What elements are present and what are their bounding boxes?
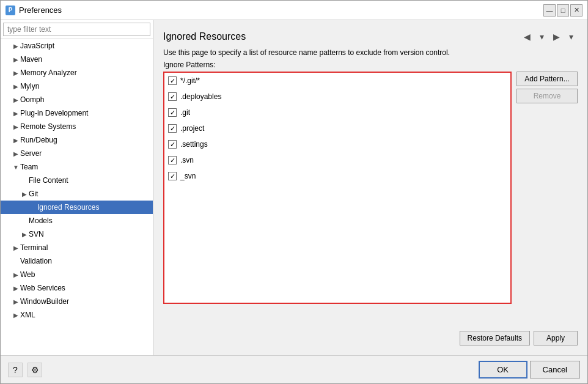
maximize-button[interactable]: □ (557, 4, 569, 17)
close-button[interactable]: ✕ (570, 4, 582, 17)
remove-button[interactable]: Remove (516, 89, 578, 103)
pattern-text: .project (180, 124, 204, 133)
sidebar-item-javascript[interactable]: ▶ JavaScript (1, 39, 153, 53)
sidebar-item-mylyn[interactable]: ▶ Mylyn (1, 79, 153, 93)
sidebar-item-xml[interactable]: ▶ XML (1, 308, 153, 322)
chevron-right-icon: ▶ (12, 245, 20, 251)
pattern-text: .svn (180, 156, 194, 164)
sidebar-item-label: Oomph (20, 95, 150, 104)
sidebar-item-git[interactable]: ▶ Git (1, 187, 153, 201)
sidebar-item-remote-systems[interactable]: ▶ Remote Systems (1, 120, 153, 133)
ok-button[interactable]: OK (479, 361, 527, 378)
pattern-item[interactable]: */.git/* (164, 73, 510, 89)
sidebar-item-ignored-resources[interactable]: Ignored Resources (1, 201, 153, 214)
sidebar-item-memory-analyzer[interactable]: ▶ Memory Analyzer (1, 66, 153, 79)
chevron-right-icon: ▶ (12, 110, 20, 117)
title-bar-left: P Preferences (6, 6, 62, 15)
sidebar-item-web[interactable]: ▶ Web (1, 268, 153, 281)
search-input[interactable] (3, 23, 150, 36)
bottom-left: ? ⚙ (8, 363, 42, 377)
pattern-text: _svn (180, 172, 196, 180)
sidebar-item-label: Web Services (20, 284, 150, 292)
chevron-down-icon: ▼ (12, 164, 20, 171)
sidebar-item-validation[interactable]: Validation (1, 254, 153, 268)
sidebar-item-oomph[interactable]: ▶ Oomph (1, 93, 153, 106)
sidebar-item-window-builder[interactable]: ▶ WindowBuilder (1, 295, 153, 308)
chevron-right-icon: ▶ (12, 285, 20, 292)
sidebar-item-label: Memory Analyzer (20, 68, 150, 77)
sidebar-item-label: Ignored Resources (37, 203, 150, 212)
sidebar-item-svn[interactable]: ▶ SVN (1, 227, 153, 241)
pattern-item[interactable]: .deployables (164, 89, 510, 105)
forward-dropdown-button[interactable]: ▾ (564, 30, 578, 43)
sidebar-item-label: Server (20, 149, 150, 158)
apply-button[interactable]: Apply (534, 331, 578, 345)
patterns-list[interactable]: */.git/* .deployables .git .project (163, 72, 512, 304)
pattern-text: */.git/* (180, 76, 200, 85)
bottom-right: OK Cancel (479, 361, 580, 378)
pattern-item[interactable]: .svn (164, 152, 510, 168)
pattern-checkbox[interactable] (168, 92, 177, 101)
add-pattern-button[interactable]: Add Pattern... (516, 72, 578, 86)
pattern-checkbox[interactable] (168, 156, 177, 164)
help-button[interactable]: ? (8, 363, 23, 377)
sidebar-item-team[interactable]: ▼ Team (1, 160, 153, 174)
chevron-right-icon: ▶ (20, 191, 29, 198)
sidebar-item-label: Maven (20, 55, 150, 64)
sidebar-item-run-debug[interactable]: ▶ Run/Debug (1, 133, 153, 147)
search-box (1, 20, 153, 39)
panel-header: Ignored Resources ◀ ▾ ▶ ▾ (163, 30, 578, 43)
pattern-item[interactable]: .git (164, 105, 510, 120)
sidebar-item-web-services[interactable]: ▶ Web Services (1, 281, 153, 295)
sidebar-item-plugin-development[interactable]: ▶ Plug-in Development (1, 106, 153, 120)
pattern-checkbox[interactable] (168, 172, 177, 180)
tree-container: ▶ JavaScript ▶ Maven ▶ Memory Analyzer ▶… (1, 39, 153, 355)
sidebar-item-label: Plug-in Development (20, 109, 150, 117)
pattern-checkbox[interactable] (168, 140, 177, 149)
forward-button[interactable]: ▶ (549, 30, 563, 43)
sidebar-item-label: Models (29, 216, 150, 225)
chevron-right-icon: ▶ (12, 70, 20, 76)
pattern-text: .settings (180, 140, 208, 149)
chevron-right-icon: ▶ (12, 150, 20, 157)
preferences-button[interactable]: ⚙ (28, 363, 42, 377)
sidebar-item-server[interactable]: ▶ Server (1, 147, 153, 160)
sidebar-item-label: Web (20, 270, 150, 279)
cancel-button[interactable]: Cancel (530, 361, 580, 378)
sidebar-item-label: Run/Debug (20, 136, 150, 144)
sidebar-item-label: Terminal (20, 243, 150, 252)
patterns-area: */.git/* .deployables .git .project (163, 72, 578, 326)
chevron-right-icon: ▶ (12, 271, 20, 278)
sidebar-item-file-content[interactable]: File Content (1, 174, 153, 187)
sidebar-item-label: JavaScript (20, 42, 150, 50)
ignore-patterns-label: Ignore Patterns: (163, 61, 578, 69)
minimize-button[interactable]: — (543, 4, 556, 17)
sidebar-item-label: Mylyn (20, 82, 150, 90)
right-panel: Ignored Resources ◀ ▾ ▶ ▾ Use this page … (153, 20, 587, 355)
dialog-title: Preferences (19, 6, 62, 15)
back-button[interactable]: ◀ (520, 30, 534, 43)
sidebar-item-models[interactable]: Models (1, 214, 153, 227)
restore-defaults-button[interactable]: Restore Defaults (460, 331, 530, 345)
sidebar-item-label: XML (20, 311, 150, 319)
pattern-checkbox[interactable] (168, 124, 177, 133)
patterns-buttons: Add Pattern... Remove (516, 72, 578, 326)
chevron-right-icon: ▶ (20, 231, 29, 238)
pattern-item[interactable]: _svn (164, 168, 510, 184)
sidebar: ▶ JavaScript ▶ Maven ▶ Memory Analyzer ▶… (1, 20, 153, 355)
pattern-item[interactable]: .settings (164, 136, 510, 152)
pattern-item[interactable]: .project (164, 120, 510, 136)
pattern-checkbox[interactable] (168, 108, 177, 117)
title-controls: — □ ✕ (543, 4, 582, 17)
preferences-dialog: P Preferences — □ ✕ ▶ JavaScript (0, 0, 588, 384)
chevron-right-icon: ▶ (12, 43, 20, 50)
sidebar-item-maven[interactable]: ▶ Maven (1, 53, 153, 66)
sidebar-item-label: Team (20, 163, 150, 171)
title-bar: P Preferences — □ ✕ (1, 1, 587, 20)
sidebar-item-label: Remote Systems (20, 122, 150, 131)
chevron-right-icon: ▶ (12, 298, 20, 305)
chevron-right-icon: ▶ (12, 124, 20, 130)
back-dropdown-button[interactable]: ▾ (535, 30, 548, 43)
pattern-checkbox[interactable] (168, 76, 177, 85)
sidebar-item-terminal[interactable]: ▶ Terminal (1, 241, 153, 254)
